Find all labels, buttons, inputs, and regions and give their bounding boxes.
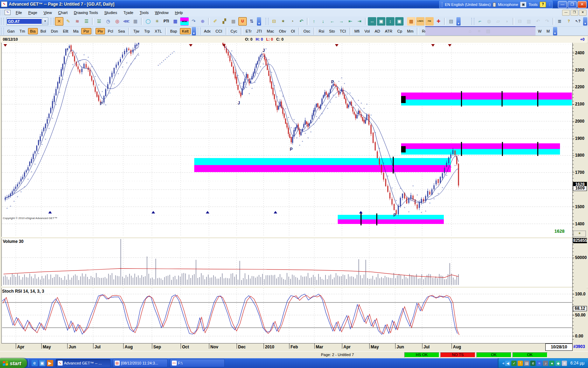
menu-drawing-tools[interactable]: Drawing Tools xyxy=(71,9,101,16)
microphone-label[interactable]: Microphone xyxy=(498,2,518,7)
mdi-restore-button[interactable]: ❐ xyxy=(570,10,578,16)
study-button-mm[interactable]: Mm xyxy=(405,28,415,34)
toolbar1-matrix-icon[interactable]: ▦ xyxy=(171,17,180,26)
study-button-adx[interactable]: Adx xyxy=(202,28,213,34)
menu-help[interactable]: Help xyxy=(172,9,186,16)
toolbar1-measure-icon[interactable]: ✐ xyxy=(211,17,219,26)
tray-network-icon[interactable]: ≈ xyxy=(537,361,542,366)
study-button-bia[interactable]: Bia xyxy=(28,28,38,34)
menu-view[interactable]: View xyxy=(40,9,55,16)
menu-chart[interactable]: Chart xyxy=(55,9,71,16)
toolbar1-print-icon[interactable]: ≣ xyxy=(555,17,564,26)
tray-alert-icon[interactable]: ! xyxy=(518,361,523,366)
toolbar1-blocks-icon[interactable]: ▞ xyxy=(220,17,229,26)
study-button-osc[interactable]: Osc xyxy=(301,28,313,34)
tray-shield-icon[interactable]: ✓ xyxy=(511,361,517,366)
toolbar1-magnet-u-icon[interactable]: U xyxy=(238,17,247,26)
toolbar1-arrow-left-icon[interactable]: ← xyxy=(328,17,336,26)
study-button-ad[interactable]: AD xyxy=(373,28,382,34)
language-tools-label[interactable]: Tools xyxy=(528,2,538,7)
toolbar1-gann-fan-icon[interactable]: ⋘ xyxy=(122,17,131,26)
study-button-bap[interactable]: Bap xyxy=(168,28,179,34)
study-button-atr[interactable]: ATR xyxy=(383,28,394,34)
language-help-icon[interactable]: ? xyxy=(540,2,546,7)
toolbar-grip[interactable] xyxy=(266,18,268,25)
toolbar1-retracement-icon[interactable]: ☱ xyxy=(95,17,103,26)
task-advanced-get[interactable]: ∿Advanced GET™ -- ... xyxy=(56,359,111,367)
study-button-ellt[interactable]: Ellt xyxy=(61,28,70,34)
study-button-tm[interactable]: Tm xyxy=(18,28,27,34)
restore-button[interactable]: ❐ xyxy=(568,1,577,8)
toolbar-grip[interactable] xyxy=(51,18,54,25)
mdi-minimize-button[interactable]: — xyxy=(562,10,570,16)
study-button-jti[interactable]: JTI xyxy=(254,28,264,34)
toolbar1-target-icon[interactable]: ◎ xyxy=(113,17,121,26)
toolbar1-context-help-icon[interactable]: ↖? xyxy=(574,17,582,26)
study-button-pcl[interactable]: Pcl xyxy=(106,28,115,34)
study-button-bol[interactable]: Bol xyxy=(38,28,48,34)
toolbar1-refresh-icon[interactable]: ↶ xyxy=(297,17,306,26)
study-button-sea[interactable]: Sea xyxy=(116,28,127,34)
mdi-close-button[interactable]: ✕ xyxy=(579,10,587,16)
toolbar1-properties-icon[interactable]: ▤ xyxy=(447,17,455,26)
quicklaunch-show-desktop-icon[interactable]: ▣ xyxy=(39,360,46,366)
toolbar-grip[interactable] xyxy=(1,28,4,35)
combo-dropdown-icon[interactable]: ▼ xyxy=(42,18,48,25)
study-button-ma[interactable]: Ma xyxy=(71,28,80,34)
tray-doc-icon[interactable]: ≣ xyxy=(562,361,567,366)
task-f-drive[interactable]: ▭F:\ xyxy=(170,359,225,367)
language-bar[interactable]: EN English (United States) Microphone ▣ … xyxy=(439,1,553,8)
toolbar1-arrow-down-icon[interactable]: ↓ xyxy=(319,17,327,26)
menu-grip[interactable] xyxy=(1,9,3,15)
start-button[interactable]: start xyxy=(0,358,27,368)
toolbar2-home-icon[interactable]: ⌂ xyxy=(466,27,474,35)
toolbar1-pti-icon[interactable]: PTI xyxy=(162,17,170,26)
quick-launch-grip[interactable] xyxy=(28,360,30,367)
language-label[interactable]: EN English (United States) xyxy=(445,2,491,7)
study-button-obv[interactable]: Obv xyxy=(277,28,288,34)
toolbar1-forward-icon[interactable]: ↷ xyxy=(543,17,551,26)
toolbar1-bug-icon[interactable]: ✶ xyxy=(279,17,287,26)
toolbar1-zoom-in-icon[interactable]: ⊕ xyxy=(198,17,207,26)
language-bar-handle[interactable] xyxy=(441,2,443,7)
toolbar1-help-icon[interactable]: ? xyxy=(565,17,573,26)
toolbar1-elliott-wave-icon[interactable]: ≋ xyxy=(73,17,82,26)
language-chevron-icon[interactable]: ⋮ xyxy=(548,3,551,6)
toolbar1-step-forward-icon[interactable]: ⇥ xyxy=(355,17,364,26)
toolbar1-profile-chart-icon[interactable]: ⌐ xyxy=(476,17,484,26)
quicklaunch-media-icon[interactable]: ▶ xyxy=(47,360,53,366)
study-button-cp[interactable]: Cp xyxy=(395,28,404,34)
toolbar1-copy-pages-icon[interactable]: ▩ xyxy=(229,17,238,26)
menu-page[interactable]: Page xyxy=(25,9,41,16)
toolbar1-time-clock-icon[interactable]: ◷ xyxy=(104,17,112,26)
toolbar1-dot-grid-icon[interactable]: ▩ xyxy=(407,17,415,26)
toolbar1-save-icon[interactable]: ▥ xyxy=(525,17,533,26)
toolbar-overflow-chevron[interactable]: ▼ xyxy=(257,17,261,26)
toolbar1-fit-h-icon[interactable]: ▣ xyxy=(377,17,385,26)
toolbar1-fit-v-icon[interactable]: ▣ xyxy=(395,17,404,26)
toolbar2-options-icon[interactable]: ≡ xyxy=(475,27,483,35)
study-button-xtl[interactable]: XTL xyxy=(153,28,164,34)
study-button-sto[interactable]: Sto xyxy=(327,28,337,34)
document-icon[interactable]: ∿ xyxy=(5,10,10,15)
toolbar1-fib-tool-icon[interactable]: FIB xyxy=(425,17,434,26)
toolbar1-flip-page-icon[interactable]: ↷ xyxy=(189,17,198,26)
menu-trade[interactable]: Trade xyxy=(120,9,136,16)
study-button-mac[interactable]: Mac xyxy=(265,28,276,34)
toolbar1-sparkle-icon[interactable]: ✳ xyxy=(153,17,161,26)
toolbar1-arrow-up-icon[interactable]: ↑ xyxy=(310,17,318,26)
study-button-kelt[interactable]: Kelt xyxy=(180,28,191,34)
study-button-rsi[interactable]: Rsi xyxy=(316,28,326,34)
menu-window[interactable]: Window xyxy=(152,9,172,16)
study-button-gan[interactable]: Gan xyxy=(5,28,17,34)
tray-volume-icon[interactable]: ◀ xyxy=(505,361,510,366)
task-log-window[interactable]: ▤[08/12/2010 11:24:3... xyxy=(113,359,168,367)
tray-sound-icon[interactable]: ♪ xyxy=(543,361,548,366)
menu-tools[interactable]: Tools xyxy=(136,9,152,16)
study-button-don[interactable]: Don xyxy=(49,28,60,34)
toolbar1-arrow-right-icon[interactable]: → xyxy=(337,17,345,26)
study-button-cyc[interactable]: Cyc xyxy=(229,28,239,34)
toolbar1-ellipse-icon[interactable]: ◯ xyxy=(144,17,152,26)
toolbar1-grid-icon[interactable]: ▦ xyxy=(131,17,140,26)
toolbar1-lines-tool-icon[interactable]: LINES xyxy=(416,17,425,26)
